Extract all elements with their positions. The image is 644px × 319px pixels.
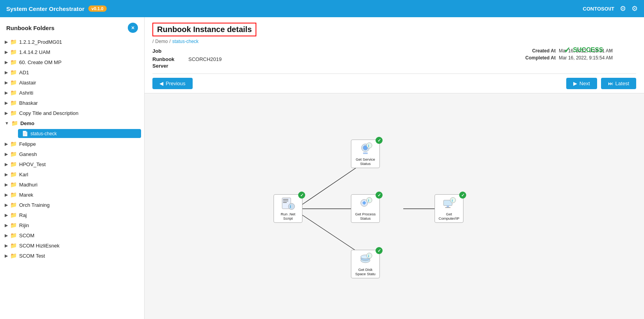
runbook-value: SCORCH2019 (188, 56, 222, 62)
completed-at-label: Completed At (525, 55, 556, 61)
breadcrumb-demo: Demo (155, 39, 168, 44)
node-success-check: ✓ (376, 137, 383, 144)
server-label: Server (152, 63, 184, 69)
folder-icon: 📁 (10, 181, 17, 188)
status-text: SUCCESS (573, 47, 603, 54)
toolbar-right: ▶ Next ⏭ Latest (566, 78, 636, 89)
sidebar-item-hpov[interactable]: ▶ 📁 HPOV_Test (0, 159, 144, 169)
chevron-right-icon: ▶ (5, 80, 8, 85)
next-arrow-icon: ▶ (573, 81, 577, 86)
header-left: System Center Orchestrator v0.1.0 (6, 5, 107, 12)
node-get-service-status[interactable]: ✓ i Get ServiceStatus (351, 140, 380, 168)
sidebar-item-label: Felippe (19, 141, 36, 147)
sidebar-item-label: 60. Create OM MP (19, 59, 61, 65)
folder-icon: 📁 (10, 59, 17, 65)
folder-icon: 📁 (10, 90, 17, 96)
sidebar-item-bhaskar[interactable]: ▶ 📁 Bhaskar (0, 98, 144, 108)
sidebar-item-label: HPOV_Test (19, 161, 46, 167)
sidebar-item-60[interactable]: ▶ 📁 60. Create OM MP (0, 57, 144, 67)
next-button[interactable]: ▶ Next (566, 78, 597, 89)
main-content: Runbook Instance details ✓ SUCCESS − / D… (145, 17, 644, 319)
node-success-check: ✓ (376, 192, 383, 199)
svg-rect-14 (363, 152, 368, 154)
chevron-right-icon: ▶ (5, 90, 8, 95)
options-icon[interactable]: ⚙ (631, 4, 638, 13)
svg-point-10 (288, 203, 295, 210)
sidebar-item-scomtest[interactable]: ▶ 📁 SCOM Test (0, 251, 144, 261)
collapse-icon[interactable]: − (608, 46, 613, 54)
folder-icon: 📁 (10, 79, 17, 86)
svg-point-15 (367, 143, 372, 148)
sidebar-item-label: Raj (19, 212, 27, 218)
sidebar-item-ashriti[interactable]: ▶ 📁 Ashriti (0, 88, 144, 98)
app-header: System Center Orchestrator v0.1.0 CONTOS… (0, 0, 644, 17)
folder-icon: 📁 (10, 161, 17, 167)
sidebar-item-label: Demo (20, 120, 34, 126)
sidebar-item-ad1[interactable]: ▶ 📁 AD1 (0, 67, 144, 77)
sidebar-item-label: Copy Title and Description (19, 110, 79, 116)
previous-button[interactable]: ◀ Previous (152, 78, 193, 89)
breadcrumb-sep2: / (169, 39, 170, 44)
latest-button[interactable]: ⏭ Latest (601, 78, 636, 89)
svg-rect-21 (447, 206, 449, 207)
chevron-right-icon: ▶ (5, 213, 8, 218)
chevron-right-icon: ▶ (5, 50, 8, 55)
folder-icon: 📁 (10, 100, 17, 106)
folder-icon: 📁 (10, 202, 17, 208)
folder-icon: 📁 (10, 171, 17, 177)
chevron-right-icon: ▶ (5, 111, 8, 116)
sidebar-item-copytitle[interactable]: ▶ 📁 Copy Title and Description (0, 108, 144, 118)
run-net-script-label: Run .NetScript (281, 212, 295, 221)
folder-icon: 📁 (10, 69, 17, 75)
sidebar-item-1414[interactable]: ▶ 📁 1.4.14.2 UAM (0, 47, 144, 57)
sidebar-item-raj[interactable]: ▶ 📁 Raj (0, 210, 144, 220)
sidebar-item-rijin[interactable]: ▶ 📁 Rijin (0, 220, 144, 230)
svg-text:i: i (368, 199, 369, 203)
sidebar-item-madhuri[interactable]: ▶ 📁 Madhuri (0, 179, 144, 190)
job-label: Job (152, 48, 184, 54)
node-success-check: ✓ (298, 192, 305, 199)
get-service-status-icon: i (358, 142, 372, 156)
sidebar-item-orch[interactable]: ▶ 📁 Orch Training (0, 200, 144, 210)
get-disk-space-icon: i (358, 253, 372, 267)
sidebar-item-label: SCOM HizliEsnek (19, 243, 59, 249)
folder-icon: 📁 (10, 222, 17, 228)
sidebar-item-statuscheck[interactable]: 📄 status-check (18, 129, 141, 138)
node-get-disk-space[interactable]: ✓ i Get DiskSpace Statu (351, 250, 380, 278)
settings-icon[interactable]: ⚙ (620, 4, 626, 13)
sidebar-item-marek[interactable]: ▶ 📁 Marek (0, 190, 144, 200)
node-get-computer-ip[interactable]: ✓ i GetComputer/IP (435, 194, 463, 223)
sidebar-item-label: Alastair (19, 80, 36, 86)
sidebar-item-scomhizli[interactable]: ▶ 📁 SCOM HizliEsnek (0, 240, 144, 251)
main-layout: Runbook Folders × ▶ 📁 1.2.1.2_ProdMG01 ▶… (0, 17, 644, 319)
sidebar-item-label: Ashriti (19, 90, 33, 96)
sidebar-scroll: ▶ 📁 1.2.1.2_ProdMG01 ▶ 📁 1.4.14.2 UAM ▶ … (0, 37, 144, 319)
page-title: Runbook Instance details (152, 23, 256, 36)
sidebar-item-1212[interactable]: ▶ 📁 1.2.1.2_ProdMG01 (0, 37, 144, 47)
toolbar: ◀ Previous ▶ Next ⏭ Latest (145, 74, 644, 93)
sidebar-item-felippe[interactable]: ▶ 📁 Felippe (0, 139, 144, 149)
latest-arrow-icon: ⏭ (608, 81, 613, 86)
breadcrumb-runbook[interactable]: status-check (172, 39, 199, 44)
node-success-check: ✓ (376, 247, 383, 254)
chevron-right-icon: ▶ (5, 243, 8, 248)
sidebar-item-alastair[interactable]: ▶ 📁 Alastair (0, 77, 144, 88)
svg-text:i: i (368, 254, 369, 258)
sidebar-item-demo[interactable]: ▼ 📁 Demo (0, 118, 144, 128)
node-get-process-status[interactable]: ✓ i Get ProcessStatus (351, 194, 380, 223)
svg-rect-22 (445, 207, 451, 208)
get-service-status-label: Get ServiceStatus (356, 157, 375, 166)
sidebar-item-karl[interactable]: ▶ 📁 Karl (0, 169, 144, 179)
sidebar-item-label: Ganesh (19, 151, 37, 157)
sidebar-item-ganesh[interactable]: ▶ 📁 Ganesh (0, 149, 144, 159)
sidebar-close-button[interactable]: × (128, 23, 138, 33)
svg-point-23 (450, 197, 456, 203)
sidebar-title: Runbook Folders (6, 25, 54, 31)
workflow-connections (145, 93, 644, 319)
sidebar-item-label: SCOM Test (19, 253, 45, 259)
sidebar-item-scom[interactable]: ▶ 📁 SCOM (0, 230, 144, 240)
chevron-right-icon: ▶ (5, 203, 8, 208)
node-run-net-script[interactable]: ✓ i Run .NetScript (274, 194, 302, 223)
sidebar-item-label: SCOM (19, 233, 34, 238)
breadcrumb: / Demo / status-check (152, 39, 636, 44)
